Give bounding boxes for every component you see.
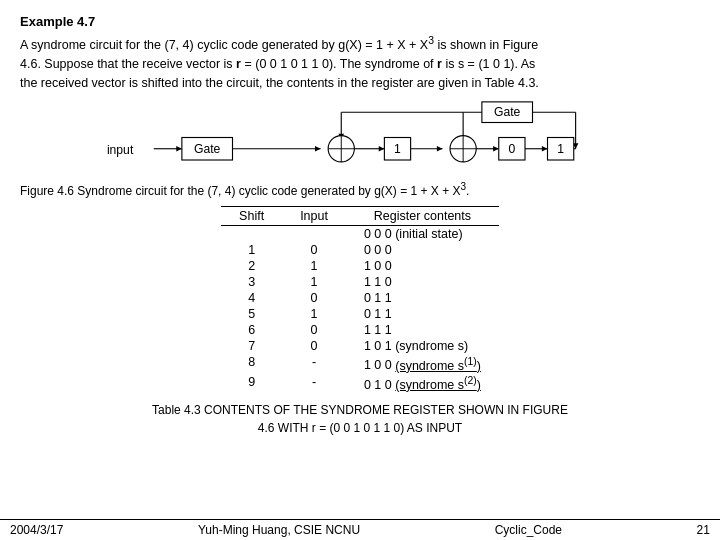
footer-date: 2004/3/17	[10, 523, 63, 537]
footer: 2004/3/17 Yuh-Ming Huang, CSIE NCNU Cycl…	[0, 519, 720, 540]
footer-page: 21	[697, 523, 710, 537]
cell-shift: 8	[221, 354, 282, 373]
figure-caption: Figure 4.6 Syndrome circuit for the (7, …	[20, 181, 700, 198]
cell-input: 0	[282, 322, 346, 338]
cell-shift: 9	[221, 374, 282, 393]
page: Example 4.7 A syndrome circuit for the (…	[0, 0, 720, 457]
svg-marker-14	[315, 146, 321, 152]
footer-author: Yuh-Ming Huang, CSIE NCNU	[198, 523, 360, 537]
table-row: 8 - 1 0 0 (syndrome s(1))	[221, 354, 499, 373]
svg-text:1: 1	[557, 142, 564, 156]
table-row: 3 1 1 1 0	[221, 274, 499, 290]
cell-register: 0 1 1	[346, 290, 499, 306]
cell-register: 0 0 0	[346, 242, 499, 258]
cell-register: 1 0 1 (syndrome s)	[346, 338, 499, 354]
table-note-line1: Table 4.3 CONTENTS OF THE SYNDROME REGIS…	[152, 403, 568, 417]
cell-shift: 3	[221, 274, 282, 290]
col-shift: Shift	[221, 207, 282, 226]
data-table: Shift Input Register contents 0 0 0 (ini…	[221, 206, 499, 392]
table-row: 6 0 1 1 1	[221, 322, 499, 338]
cell-input: 1	[282, 306, 346, 322]
svg-text:input: input	[107, 144, 134, 158]
cell-input: 1	[282, 274, 346, 290]
desc-line3: the received vector is shifted into the …	[20, 76, 539, 90]
table-wrapper: Shift Input Register contents 0 0 0 (ini…	[20, 206, 700, 392]
cell-shift: 5	[221, 306, 282, 322]
svg-text:Gate: Gate	[194, 142, 221, 156]
cell-shift: 1	[221, 242, 282, 258]
cell-register: 0 0 0 (initial state)	[346, 226, 499, 243]
cell-shift: 2	[221, 258, 282, 274]
cell-register: 1 1 1	[346, 322, 499, 338]
cell-input: -	[282, 374, 346, 393]
cell-input: 1	[282, 258, 346, 274]
svg-text:0: 0	[508, 142, 515, 156]
description: A syndrome circuit for the (7, 4) cyclic…	[20, 33, 700, 92]
table-row: 5 1 0 1 1	[221, 306, 499, 322]
cell-register: 0 1 0 (syndrome s(2))	[346, 374, 499, 393]
example-title: Example 4.7	[20, 14, 700, 29]
svg-text:Gate: Gate	[494, 105, 521, 119]
svg-marker-33	[542, 146, 548, 152]
col-register: Register contents	[346, 207, 499, 226]
table-row: 4 0 0 1 1	[221, 290, 499, 306]
col-input: Input	[282, 207, 346, 226]
table-row: 1 0 0 0 0	[221, 242, 499, 258]
circuit-svg: Gate input Gate	[80, 100, 640, 175]
cell-shift: 6	[221, 322, 282, 338]
table-note-line2: 4.6 WITH r = (0 0 1 0 1 1 0) AS INPUT	[258, 421, 462, 435]
footer-code: Cyclic_Code	[495, 523, 562, 537]
table-note: Table 4.3 CONTENTS OF THE SYNDROME REGIS…	[20, 401, 700, 437]
table-row: 7 0 1 0 1 (syndrome s)	[221, 338, 499, 354]
circuit-diagram: Gate input Gate	[80, 100, 640, 175]
cell-input: 0	[282, 290, 346, 306]
cell-register: 1 1 0	[346, 274, 499, 290]
svg-text:1: 1	[394, 142, 401, 156]
svg-marker-23	[437, 146, 443, 152]
table-row: 9 - 0 1 0 (syndrome s(2))	[221, 374, 499, 393]
cell-register: 1 0 0 (syndrome s(1))	[346, 354, 499, 373]
cell-register: 1 0 0	[346, 258, 499, 274]
cell-shift	[221, 226, 282, 243]
cell-input: 0	[282, 242, 346, 258]
cell-input: -	[282, 354, 346, 373]
svg-marker-10	[176, 146, 182, 152]
cell-shift: 7	[221, 338, 282, 354]
svg-marker-29	[493, 146, 499, 152]
desc-line1: A syndrome circuit for the (7, 4) cyclic…	[20, 38, 538, 52]
svg-marker-19	[379, 146, 385, 152]
cell-input: 0	[282, 338, 346, 354]
cell-input	[282, 226, 346, 243]
cell-register: 0 1 1	[346, 306, 499, 322]
table-row: 0 0 0 (initial state)	[221, 226, 499, 243]
cell-shift: 4	[221, 290, 282, 306]
table-row: 2 1 1 0 0	[221, 258, 499, 274]
desc-line2: 4.6. Suppose that the receive vector is …	[20, 57, 535, 71]
